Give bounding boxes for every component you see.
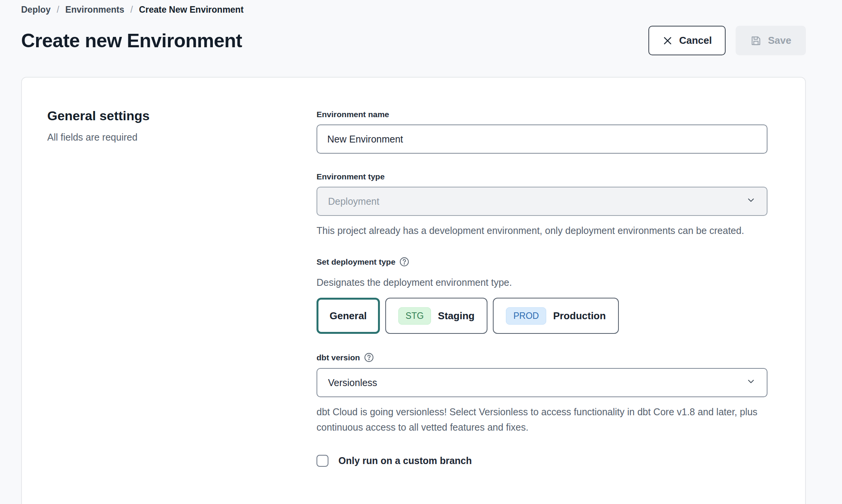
section-title: General settings: [47, 108, 317, 123]
chevron-down-icon: [746, 195, 756, 207]
chevron-down-icon: [746, 376, 756, 389]
section-intro: General settings All fields are required: [47, 108, 317, 467]
dbt-version-group: dbt version Versionless dbt Cloud is goi…: [317, 352, 767, 435]
header-actions: Cancel Save: [648, 26, 806, 55]
deployment-type-helper: Designates the deployment environment ty…: [317, 275, 762, 290]
environment-name-group: Environment name: [317, 110, 767, 154]
custom-branch-row: Only run on a custom branch: [317, 455, 767, 467]
deployment-type-option-production[interactable]: PROD Production: [493, 298, 619, 334]
general-settings-card: General settings All fields are required…: [21, 77, 806, 504]
environment-type-value: Deployment: [328, 196, 379, 207]
page-title: Create new Environment: [21, 30, 242, 52]
option-production-label: Production: [553, 310, 606, 322]
deployment-type-option-staging[interactable]: STG Staging: [385, 298, 488, 334]
deployment-type-options: General STG Staging PROD Production: [317, 298, 767, 334]
dbt-version-helper: dbt Cloud is going versionless! Select V…: [317, 404, 762, 435]
custom-branch-checkbox[interactable]: [317, 455, 328, 467]
environment-name-input[interactable]: [317, 124, 767, 154]
breadcrumb: Deploy / Environments / Create New Envir…: [21, 0, 806, 15]
staging-badge: STG: [398, 307, 431, 325]
question-circle-icon[interactable]: [364, 352, 374, 363]
breadcrumb-current: Create New Environment: [139, 5, 244, 15]
section-subtitle: All fields are required: [47, 132, 317, 143]
breadcrumb-separator: /: [57, 5, 59, 15]
breadcrumb-environments[interactable]: Environments: [65, 5, 124, 15]
option-general-label: General: [330, 310, 367, 322]
dbt-version-label: dbt version: [317, 353, 360, 362]
production-badge: PROD: [506, 307, 546, 325]
custom-branch-label[interactable]: Only run on a custom branch: [338, 455, 472, 466]
breadcrumb-separator: /: [130, 5, 133, 15]
page-header: Create new Environment Cancel Save: [21, 26, 806, 55]
environment-type-label: Environment type: [317, 172, 767, 181]
create-environment-page: Deploy / Environments / Create New Envir…: [0, 0, 842, 504]
breadcrumb-deploy[interactable]: Deploy: [21, 5, 51, 15]
x-icon: [662, 35, 673, 46]
save-button[interactable]: Save: [736, 26, 806, 55]
option-staging-label: Staging: [438, 310, 474, 322]
cancel-button[interactable]: Cancel: [648, 26, 726, 55]
question-circle-icon[interactable]: [399, 257, 409, 267]
dbt-version-value: Versionless: [328, 377, 377, 388]
environment-name-label: Environment name: [317, 110, 767, 119]
environment-type-group: Environment type Deployment This project…: [317, 172, 767, 238]
deployment-type-label: Set deployment type: [317, 257, 395, 267]
deployment-type-option-general[interactable]: General: [317, 298, 380, 334]
environment-form: Environment name Environment type Deploy…: [317, 108, 767, 467]
dbt-version-select[interactable]: Versionless: [317, 368, 767, 397]
environment-type-select[interactable]: Deployment: [317, 187, 767, 216]
environment-type-helper: This project already has a development e…: [317, 223, 762, 238]
cancel-button-label: Cancel: [679, 35, 712, 46]
save-button-label: Save: [768, 35, 791, 46]
deployment-type-group: Set deployment type Designates the deplo…: [317, 257, 767, 334]
floppy-disk-icon: [750, 35, 762, 46]
